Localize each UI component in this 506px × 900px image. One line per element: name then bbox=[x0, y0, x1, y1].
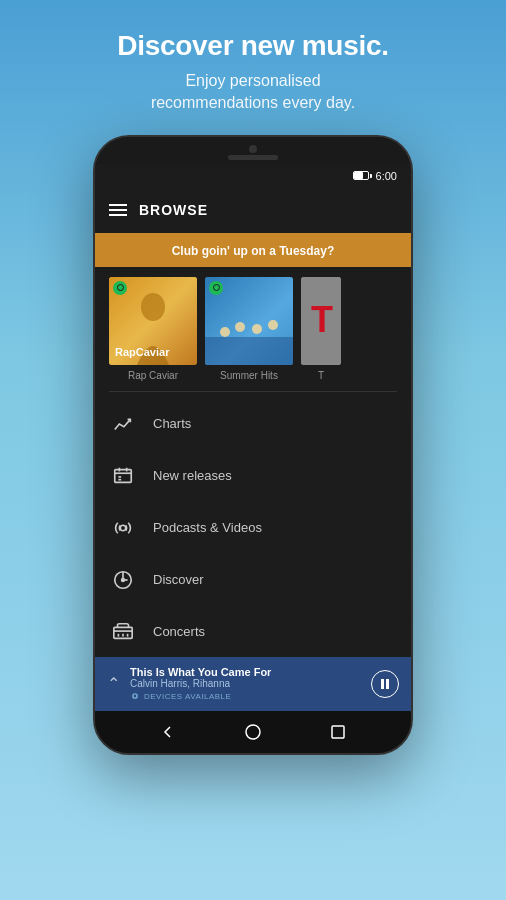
svg-point-18 bbox=[122, 578, 125, 581]
camera bbox=[249, 145, 257, 153]
recents-button[interactable] bbox=[324, 718, 352, 746]
status-bar: 6:00 bbox=[95, 165, 411, 187]
battery-icon bbox=[353, 171, 369, 180]
new-releases-icon bbox=[109, 462, 137, 490]
phone-top-bar bbox=[95, 137, 411, 165]
podcasts-icon bbox=[109, 514, 137, 542]
discover-label: Discover bbox=[153, 572, 204, 587]
new-releases-label: New releases bbox=[153, 468, 232, 483]
menu-item-concerts[interactable]: Concerts bbox=[95, 606, 411, 658]
svg-point-16 bbox=[120, 525, 126, 531]
featured-banner: Club goin' up on a Tuesday? bbox=[95, 233, 411, 267]
status-time: 6:00 bbox=[376, 170, 397, 182]
rap-caviar-label: RapCaviar bbox=[115, 346, 169, 359]
page-subtitle: Enjoy personalisedrecommendations every … bbox=[117, 70, 388, 115]
menu-item-charts[interactable]: Charts bbox=[95, 398, 411, 450]
playlist-item-rap-caviar[interactable]: RapCaviar Rap Caviar bbox=[109, 277, 197, 381]
back-button[interactable] bbox=[154, 718, 182, 746]
menu-item-discover[interactable]: Discover bbox=[95, 554, 411, 606]
playlist-scroll-row[interactable]: RapCaviar Rap Caviar bbox=[95, 267, 411, 391]
third-name: T bbox=[301, 370, 341, 381]
menu-list: Charts New releases bbox=[95, 392, 411, 664]
np-chevron-icon: ⌃ bbox=[107, 674, 120, 693]
spotify-dot-summer-hits bbox=[209, 281, 223, 295]
svg-point-6 bbox=[252, 324, 262, 334]
hamburger-menu-icon[interactable] bbox=[109, 204, 127, 216]
charts-icon bbox=[109, 410, 137, 438]
svg-text:T: T bbox=[311, 299, 333, 340]
playlist-item-third[interactable]: T T bbox=[301, 277, 341, 381]
browse-title: BROWSE bbox=[139, 202, 208, 218]
page-title: Discover new music. bbox=[117, 30, 388, 62]
np-info: This Is What You Came For Calvin Harris,… bbox=[130, 666, 361, 701]
menu-item-podcasts[interactable]: Podcasts & Videos bbox=[95, 502, 411, 554]
svg-rect-26 bbox=[381, 679, 384, 689]
np-artist: Calvin Harris, Rihanna bbox=[130, 678, 361, 689]
home-button[interactable] bbox=[239, 718, 267, 746]
third-thumb: T bbox=[301, 277, 341, 365]
concerts-label: Concerts bbox=[153, 624, 205, 639]
svg-point-4 bbox=[220, 327, 230, 337]
speaker bbox=[228, 155, 278, 160]
rap-caviar-thumb: RapCaviar bbox=[109, 277, 197, 365]
svg-rect-3 bbox=[205, 337, 293, 365]
svg-rect-19 bbox=[114, 627, 132, 638]
discover-icon bbox=[109, 566, 137, 594]
featured-label: Club goin' up on a Tuesday? bbox=[172, 244, 335, 258]
phone-bottom-nav bbox=[95, 711, 411, 753]
app-screen: BROWSE Club goin' up on a Tuesday? bbox=[95, 187, 411, 664]
header-section: Discover new music. Enjoy personalisedre… bbox=[77, 0, 428, 135]
nav-bar: BROWSE bbox=[95, 187, 411, 233]
now-playing-bar[interactable]: ⌃ This Is What You Came For Calvin Harri… bbox=[95, 657, 411, 711]
svg-rect-10 bbox=[115, 469, 132, 482]
third-art: T bbox=[301, 277, 341, 365]
svg-point-7 bbox=[268, 320, 278, 330]
svg-point-1 bbox=[141, 293, 165, 321]
summer-hits-thumb: SUMMER HITS bbox=[205, 277, 293, 365]
rap-caviar-name: Rap Caviar bbox=[109, 370, 197, 381]
svg-point-5 bbox=[235, 322, 245, 332]
playlist-item-summer-hits[interactable]: SUMMER HITS Summer Hits bbox=[205, 277, 293, 381]
podcasts-label: Podcasts & Videos bbox=[153, 520, 262, 535]
svg-point-28 bbox=[246, 725, 260, 739]
summer-hits-name: Summer Hits bbox=[205, 370, 293, 381]
svg-rect-27 bbox=[386, 679, 389, 689]
np-title: This Is What You Came For bbox=[130, 666, 361, 678]
spotify-dot-rap-caviar bbox=[113, 281, 127, 295]
phone-frame: 6:00 BROWSE Club goin' up on a Tuesday? bbox=[93, 135, 413, 755]
svg-point-25 bbox=[134, 695, 137, 698]
np-devices: DEVICES AVAILABLE bbox=[130, 691, 361, 701]
np-devices-text: DEVICES AVAILABLE bbox=[144, 692, 231, 701]
concerts-icon bbox=[109, 618, 137, 646]
pause-button[interactable] bbox=[371, 670, 399, 698]
menu-item-new-releases[interactable]: New releases bbox=[95, 450, 411, 502]
charts-label: Charts bbox=[153, 416, 191, 431]
svg-rect-29 bbox=[332, 726, 344, 738]
